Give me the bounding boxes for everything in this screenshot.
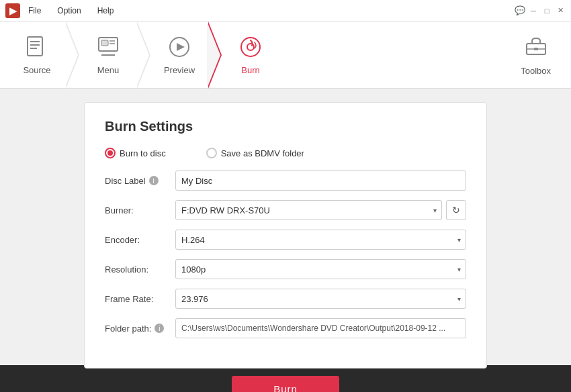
burn-to-disc-option[interactable]: Burn to disc: [105, 148, 166, 158]
source-icon: [25, 35, 49, 62]
nav-arrow-1: [66, 21, 79, 89]
burn-icon: [238, 35, 263, 62]
resolution-select[interactable]: 1080p 720p 480p: [175, 259, 466, 279]
frame-rate-select[interactable]: 23.976 25 29.97 30: [175, 289, 466, 309]
source-label: Source: [23, 65, 50, 75]
menu-option[interactable]: Option: [54, 5, 83, 17]
resolution-label: Resolution:: [105, 264, 175, 275]
disc-label-info-icon[interactable]: i: [149, 176, 159, 185]
save-as-bdmv-label: Save as BDMV folder: [221, 148, 304, 158]
nav-source[interactable]: Source: [7, 21, 67, 88]
burn-to-disc-radio[interactable]: [105, 148, 116, 158]
folder-path-row: Folder path: i C:\Users\ws\Documents\Won…: [105, 318, 466, 338]
save-as-bdmv-option[interactable]: Save as BDMV folder: [206, 148, 304, 158]
refresh-icon: ↻: [452, 205, 460, 215]
nav-arrow-2: [137, 21, 150, 89]
nav-arrow-3: [208, 21, 222, 89]
burner-select-wrapper: F:DVD RW DRX-S70U ▾: [175, 200, 442, 220]
toolbox-icon: [524, 34, 548, 63]
encoder-select-wrapper: H.264 H.265 MPEG-2 ▾: [175, 230, 466, 250]
chat-icon[interactable]: 💬: [515, 5, 525, 16]
svg-rect-0: [28, 37, 42, 56]
encoder-select[interactable]: H.264 H.265 MPEG-2: [175, 230, 466, 250]
menu-help[interactable]: Help: [95, 5, 117, 17]
burn-button[interactable]: Burn: [232, 376, 339, 392]
nav-burn[interactable]: Burn: [220, 21, 281, 88]
preview-icon: [167, 35, 191, 62]
svg-marker-10: [177, 43, 185, 51]
disc-label-label: Disc Label i: [105, 176, 175, 186]
resolution-row: Resolution: 1080p 720p 480p ▾: [105, 259, 466, 279]
main-content: Burn Settings Burn to disc Save as BDMV …: [0, 89, 571, 365]
burner-select[interactable]: F:DVD RW DRX-S70U: [175, 200, 442, 220]
menu-nav-label: Menu: [97, 65, 120, 75]
maximize-button[interactable]: □: [541, 5, 552, 16]
resolution-select-wrapper: 1080p 720p 480p ▾: [175, 259, 466, 279]
burn-mode-row: Burn to disc Save as BDMV folder: [105, 148, 466, 158]
frame-rate-row: Frame Rate: 23.976 25 29.97 30 ▾: [105, 289, 466, 309]
disc-label-row: Disc Label i: [105, 170, 466, 191]
folder-path-value[interactable]: C:\Users\ws\Documents\Wondershare DVD Cr…: [175, 318, 466, 338]
nav-menu[interactable]: Menu: [78, 21, 138, 88]
burner-label: Burner:: [105, 205, 175, 215]
title-bar: ▶ File Option Help 💬 ─ □ ✕: [0, 0, 571, 21]
disc-label-input[interactable]: [175, 170, 466, 191]
svg-rect-15: [534, 48, 538, 50]
encoder-row: Encoder: H.264 H.265 MPEG-2 ▾: [105, 230, 466, 250]
burner-row: Burner: F:DVD RW DRX-S70U ▾ ↻: [105, 200, 466, 220]
svg-rect-5: [101, 40, 108, 46]
burner-controls: F:DVD RW DRX-S70U ▾ ↻: [175, 200, 466, 220]
app-logo: ▶: [5, 3, 20, 18]
folder-path-label: Folder path: i: [105, 324, 175, 334]
refresh-burner-button[interactable]: ↻: [446, 200, 466, 220]
burn-bar: Burn: [0, 365, 571, 392]
toolbox-label: Toolbox: [521, 66, 551, 76]
toolbox-button[interactable]: Toolbox: [507, 34, 564, 76]
window-controls: 💬 ─ □ ✕: [515, 5, 566, 16]
burn-settings-card: Burn Settings Burn to disc Save as BDMV …: [84, 102, 487, 369]
folder-path-info-icon[interactable]: i: [155, 324, 164, 333]
burn-nav-label: Burn: [241, 65, 259, 75]
save-as-bdmv-radio[interactable]: [206, 148, 217, 158]
toolbar: Source Menu: [0, 21, 571, 89]
nav-preview[interactable]: Preview: [149, 21, 210, 88]
menu-file[interactable]: File: [26, 5, 44, 17]
menu-bar: File Option Help: [26, 5, 515, 17]
menu-nav-icon: [96, 35, 120, 62]
frame-rate-label: Frame Rate:: [105, 294, 175, 304]
burn-settings-title: Burn Settings: [105, 119, 466, 134]
close-button[interactable]: ✕: [555, 5, 566, 16]
preview-label: Preview: [164, 65, 195, 75]
nav-items: Source Menu: [7, 21, 507, 88]
frame-rate-select-wrapper: 23.976 25 29.97 30 ▾: [175, 289, 466, 309]
encoder-label: Encoder:: [105, 235, 175, 245]
minimize-button[interactable]: ─: [528, 5, 539, 16]
burn-to-disc-label: Burn to disc: [120, 148, 166, 158]
